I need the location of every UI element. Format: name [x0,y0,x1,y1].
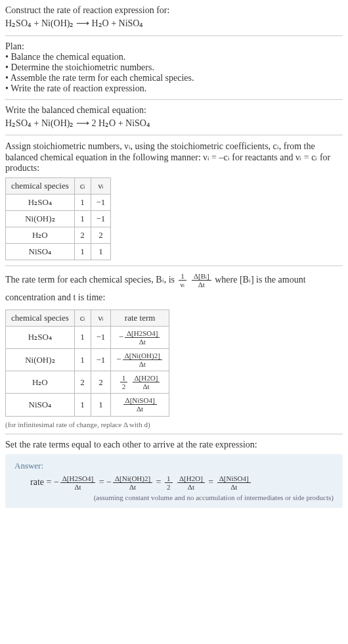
frac-den: νᵢ [179,281,187,288]
frac-num: Δ[H2O] [133,374,160,382]
table-row: Ni(OH)₂ 1 −1 −Δ[Ni(OH)2]Δt [6,348,169,371]
header-section: Construct the rate of reaction expressio… [5,5,343,30]
term-pre: − [119,331,123,341]
frac-den: Δt [123,360,162,368]
term-frac: Δ[H2O]Δt [177,474,205,491]
cell-species: NiSO₄ [6,394,75,416]
term-pre: = [208,477,215,487]
cell-ci: 1 [74,195,91,211]
cell-vi: −1 [91,211,111,227]
divider [5,99,343,100]
cell-rate-term: −Δ[Ni(OH)2]Δt [111,348,169,371]
cell-rate-term: 12 Δ[H2O]Δt [111,371,169,394]
frac-den: Δt [217,483,251,491]
answer-box: Answer: rate = −Δ[H2SO4]Δt = −Δ[Ni(OH)2]… [5,454,343,508]
frac-num: Δ[NiSO4] [123,396,157,405]
stoich-table: chemical species cᵢ νᵢ H₂SO₄ 1 −1 Ni(OH)… [5,177,111,260]
infinitesimal-note: (for infinitesimal rate of change, repla… [5,421,343,428]
final-title: Set the rate terms equal to each other t… [5,440,343,450]
cell-species: Ni(OH)₂ [6,211,75,227]
rate-expression: rate = −Δ[H2SO4]Δt = −Δ[Ni(OH)2]Δt = 12 … [14,474,334,491]
balanced-title: Write the balanced chemical equation: [5,105,343,116]
cell-vi: 1 [91,394,111,416]
answer-label: Answer: [14,461,334,471]
cell-species: Ni(OH)₂ [6,348,75,371]
table-row: NiSO₄ 1 1 [6,244,111,260]
cell-ci: 2 [74,227,91,244]
intro-pre: The rate term for each chemical species,… [5,275,177,285]
table-header-row: chemical species cᵢ νᵢ rate term [6,310,169,326]
col-species: chemical species [6,178,75,195]
rateterm-section: The rate term for each chemical species,… [5,271,343,428]
prompt-text: Construct the rate of reaction expressio… [5,5,343,16]
cell-ci: 2 [74,371,91,394]
rateterm-table: chemical species cᵢ νᵢ rate term H₂SO₄ 1… [5,310,169,417]
frac-num: Δ[Ni(OH)2] [123,352,162,360]
final-section: Set the rate terms equal to each other t… [5,440,343,508]
assumption-note: (assuming constant volume and no accumul… [14,494,334,501]
frac-num: 1 [120,374,128,382]
col-ci: cᵢ [74,310,91,326]
frac-den: Δt [123,405,157,413]
frac-num: Δ[H2SO4] [125,329,160,338]
cell-ci: 1 [74,394,91,416]
stoich-intro: Assign stoichiometric numbers, νᵢ, using… [5,141,343,173]
term-frac: Δ[H2O]Δt [133,374,160,390]
term-pre: − [54,477,59,487]
frac-den: 2 [120,382,128,390]
frac-den: Δt [60,483,95,491]
frac-num: Δ[Bᵢ] [192,272,211,281]
cell-vi: −1 [91,348,111,371]
plan-title: Plan: [5,41,343,52]
term-pre: = − [99,477,112,487]
plan-bullet: • Balance the chemical equation. [5,52,343,62]
frac-num: Δ[H2O] [177,474,205,483]
frac-num: 1 [179,272,187,281]
cell-vi: 1 [91,244,111,260]
divider [5,434,343,434]
cell-species: H₂O [6,227,75,244]
frac-den: Δt [177,483,205,491]
frac-num: Δ[H2SO4] [60,474,95,483]
unbalanced-equation: H₂SO₄ + Ni(OH)₂ ⟶ H₂O + NiSO₄ [5,17,343,30]
term-frac: Δ[NiSO4]Δt [217,474,251,491]
frac-den: Δt [125,338,160,346]
col-ci: cᵢ [74,178,91,195]
frac-den: Δt [113,483,152,491]
frac-dBi-dt: Δ[Bᵢ] Δt [192,272,211,288]
table-row: NiSO₄ 1 1 Δ[NiSO4]Δt [6,394,169,416]
cell-ci: 1 [74,244,91,260]
col-vi: νᵢ [91,310,111,326]
frac-num: Δ[NiSO4] [217,474,251,483]
frac-1-over-vi: 1 νᵢ [179,272,187,288]
cell-ci: 1 [74,211,91,227]
cell-ci: 1 [74,326,91,348]
term-pre: = [156,477,163,487]
cell-vi: 2 [91,227,111,244]
rateterm-intro: The rate term for each chemical species,… [5,271,343,306]
term-frac: Δ[H2SO4]Δt [125,329,160,346]
rate-prefix: rate = [30,477,54,487]
half-frac: 12 [165,474,173,491]
term-frac: Δ[NiSO4]Δt [123,396,157,413]
divider [5,35,343,36]
table-header-row: chemical species cᵢ νᵢ [6,178,111,195]
term-frac: Δ[Ni(OH)2]Δt [123,352,162,368]
plan-section: Plan: • Balance the chemical equation. •… [5,41,343,94]
balanced-section: Write the balanced chemical equation: H₂… [5,105,343,130]
stoich-section: Assign stoichiometric numbers, νᵢ, using… [5,141,343,260]
frac-num: 1 [165,474,173,483]
cell-species: H₂SO₄ [6,195,75,211]
term-frac: Δ[H2SO4]Δt [60,474,95,491]
col-rate-term: rate term [111,310,169,326]
cell-species: NiSO₄ [6,244,75,260]
cell-species: H₂SO₄ [6,326,75,348]
col-vi: νᵢ [91,178,111,195]
cell-species: H₂O [6,371,75,394]
frac-den: Δt [133,382,160,390]
cell-rate-term: Δ[NiSO4]Δt [111,394,169,416]
cell-vi: −1 [91,195,111,211]
cell-vi: −1 [91,326,111,348]
term-pre: − [116,354,121,364]
cell-vi: 2 [91,371,111,394]
